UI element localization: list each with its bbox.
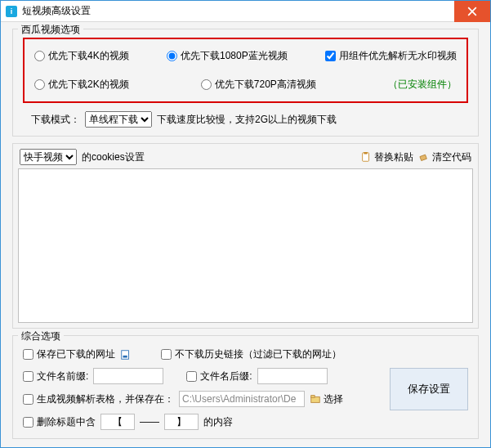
svg-rect-2 xyxy=(420,155,426,160)
misc-group: 综合选项 保存已下载的网址 不下载历史链接（过滤已下载的网址） 文件名前缀: 文… xyxy=(12,335,479,439)
cookies-group: 快手视频 的cookies设置 替换粘贴 清空代码 xyxy=(12,143,479,329)
xigua-group-title: 西瓜视频选项 xyxy=(18,23,83,37)
svg-rect-3 xyxy=(122,350,129,359)
misc-row-3: 生成视频解析表格，并保存在： 选择 xyxy=(23,391,382,407)
checkbox-strip-title[interactable]: 删除标题中含 xyxy=(23,415,96,429)
strip-end-input[interactable] xyxy=(164,414,199,430)
eraser-icon xyxy=(418,151,430,163)
content-area: 西瓜视频选项 优先下载4K的视频 优先下载1080P蓝光视频 用组件优先解析无水… xyxy=(1,22,490,447)
cookies-textarea[interactable] xyxy=(18,168,473,323)
close-icon xyxy=(467,7,477,16)
download-mode-row: 下载模式： 单线程下载 下载速度比较慢，支持2G以上的视频下载 xyxy=(23,111,468,128)
misc-row-1: 保存已下载的网址 不下载历史链接（过滤已下载的网址） xyxy=(23,347,382,361)
cookies-bar: 快手视频 的cookies设置 替换粘贴 清空代码 xyxy=(13,144,478,168)
checkbox-save-urls[interactable]: 保存已下载的网址 xyxy=(23,347,115,361)
quality-row-1: 优先下载4K的视频 优先下载1080P蓝光视频 用组件优先解析无水印视频 xyxy=(31,47,460,65)
close-button[interactable] xyxy=(454,1,490,22)
checkbox-plugin[interactable]: 用组件优先解析无水印视频 xyxy=(325,49,457,63)
radio-720p[interactable]: 优先下载720P高清视频 xyxy=(201,78,316,92)
browse-button[interactable]: 选择 xyxy=(310,392,343,406)
strip-start-input[interactable] xyxy=(100,414,135,430)
plugin-installed-label: （已安装组件） xyxy=(388,78,457,92)
prefix-input[interactable] xyxy=(93,368,163,384)
checkbox-suffix[interactable]: 文件名后缀: xyxy=(186,370,252,383)
suffix-input[interactable] xyxy=(257,368,328,384)
svg-rect-1 xyxy=(364,152,367,155)
checkbox-prefix[interactable]: 文件名前缀: xyxy=(23,370,88,383)
clear-button[interactable]: 清空代码 xyxy=(418,150,471,164)
window-title: 短视频高级设置 xyxy=(22,4,454,18)
app-icon: i xyxy=(6,6,17,17)
radio-4k[interactable]: 优先下载4K的视频 xyxy=(34,49,129,63)
checkbox-gen-table[interactable]: 生成视频解析表格，并保存在： xyxy=(23,392,174,406)
window: i 短视频高级设置 西瓜视频选项 优先下载4K的视频 优先下载1080P蓝光视频… xyxy=(0,0,491,448)
cookies-label: 的cookies设置 xyxy=(82,150,145,164)
radio-2k[interactable]: 优先下载2K的视频 xyxy=(34,78,129,92)
mode-select[interactable]: 单线程下载 xyxy=(85,111,152,128)
dash-label: —— xyxy=(140,416,159,428)
misc-row-4: 删除标题中含 —— 的内容 xyxy=(23,414,382,430)
paste-icon xyxy=(360,151,372,163)
radio-1080p[interactable]: 优先下载1080P蓝光视频 xyxy=(167,49,288,63)
misc-row-2: 文件名前缀: 文件名后缀: xyxy=(23,368,382,384)
mode-label: 下载模式： xyxy=(31,113,80,127)
page-icon xyxy=(120,349,132,361)
paste-button[interactable]: 替换粘贴 xyxy=(360,150,413,164)
misc-group-title: 综合选项 xyxy=(18,329,64,343)
svg-rect-6 xyxy=(311,396,315,398)
save-button[interactable]: 保存设置 xyxy=(390,368,468,410)
checkbox-skip-history[interactable]: 不下载历史链接（过滤已下载的网址） xyxy=(161,347,341,361)
svg-rect-4 xyxy=(123,355,127,357)
xigua-group: 西瓜视频选项 优先下载4K的视频 优先下载1080P蓝光视频 用组件优先解析无水… xyxy=(12,29,479,137)
cookies-source-select[interactable]: 快手视频 xyxy=(20,149,77,165)
titlebar: i 短视频高级设置 xyxy=(1,1,490,22)
mode-hint: 下载速度比较慢，支持2G以上的视频下载 xyxy=(157,113,337,127)
quality-row-2: 优先下载2K的视频 优先下载720P高清视频 （已安装组件） xyxy=(31,76,460,93)
table-path-input[interactable] xyxy=(179,391,305,407)
folder-icon xyxy=(310,393,321,405)
strip-label2: 的内容 xyxy=(203,415,233,429)
quality-options-box: 优先下载4K的视频 优先下载1080P蓝光视频 用组件优先解析无水印视频 优先下… xyxy=(23,38,468,103)
